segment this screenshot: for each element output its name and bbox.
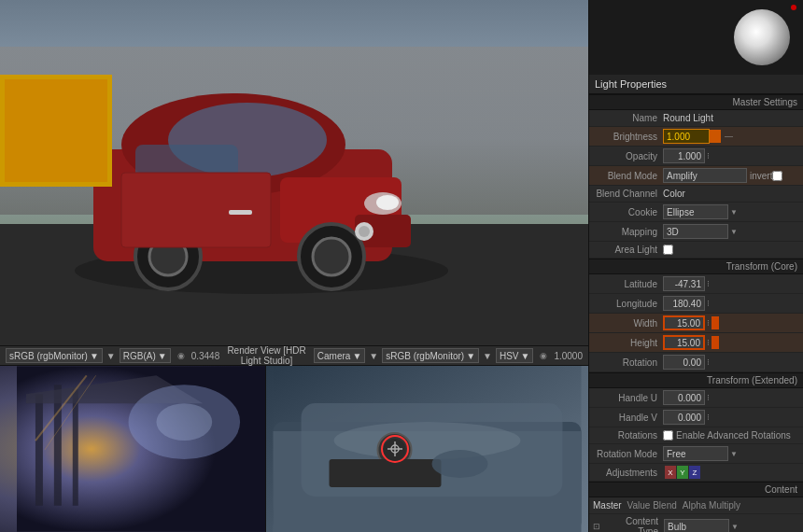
master-settings-header: Master Settings: [589, 94, 803, 110]
preview-area: [589, 0, 803, 75]
handle-u-input[interactable]: [663, 390, 705, 405]
blend-mode-select[interactable]: Amplify: [663, 168, 747, 183]
left-panel: sRGB (rgbMonitor) ▼ ▼ RGB(A) ▼ ◉ 0.3448 …: [0, 0, 588, 532]
x-button[interactable]: X: [665, 466, 676, 479]
svg-point-14: [313, 238, 350, 275]
handle-u-label: Handle U: [593, 393, 663, 403]
value-blend-tab[interactable]: Value Blend: [627, 500, 677, 511]
cookie-label: Cookie: [593, 207, 663, 217]
opacity-label: Opacity: [593, 151, 663, 161]
area-light-label: Area Light: [593, 245, 663, 255]
longitude-input[interactable]: [663, 296, 705, 311]
adjustments-row: Adjustments X Y Z: [589, 464, 803, 482]
cookie-row: Cookie Ellipse ▼: [589, 203, 803, 222]
width-input[interactable]: [663, 315, 705, 330]
content-type-row: ⊡ Content Type Bulb ▼: [589, 514, 803, 532]
svg-point-16: [359, 226, 370, 237]
y-button[interactable]: Y: [677, 466, 688, 479]
rotation-mode-row: Rotation Mode Free ▼: [589, 444, 803, 464]
brightness-row: Brightness —: [589, 127, 803, 147]
handle-v-input[interactable]: [663, 410, 705, 425]
rotations-label: Rotations: [593, 430, 663, 441]
svg-rect-25: [73, 389, 78, 506]
camera-dropdown[interactable]: Camera ▼: [314, 348, 365, 363]
svg-point-39: [432, 450, 488, 478]
transform-core-header: Transform (Core): [589, 259, 803, 274]
rotation-mode-label: Rotation Mode: [593, 449, 663, 459]
mapping-row: Mapping 3D ▼: [589, 222, 803, 242]
brightness-bar: [710, 130, 721, 143]
adjustments-label: Adjustments: [593, 468, 663, 478]
content-type-icon: ⊡: [593, 522, 600, 531]
invert-checkbox[interactable]: [772, 171, 782, 181]
name-row: Name Round Light: [589, 110, 803, 127]
height-bar: [711, 336, 719, 349]
master-tab[interactable]: Master: [593, 500, 622, 511]
width-label: Width: [593, 318, 663, 329]
brightness-label: Brightness: [593, 132, 663, 142]
right-monitor-dropdown[interactable]: sRGB (rgbMonitor) ▼: [382, 348, 479, 363]
blend-mode-label: Blend Mode: [593, 171, 663, 181]
rotation-row: Rotation ⁝: [589, 353, 803, 372]
latitude-label: Latitude: [593, 279, 663, 289]
enable-adv-rot-checkbox[interactable]: [663, 430, 673, 441]
longitude-label: Longitude: [593, 299, 663, 309]
longitude-row: Longitude ⁝: [589, 294, 803, 314]
light-preview: [734, 9, 790, 65]
width-bar: [711, 316, 719, 329]
hdri-scene: [0, 366, 265, 532]
rotation-mode-select[interactable]: Free: [663, 446, 728, 461]
channel-dropdown[interactable]: RGB(A) ▼: [120, 348, 171, 363]
handle-u-row: Handle U ⁝: [589, 388, 803, 408]
svg-point-35: [334, 422, 521, 459]
area-light-checkbox[interactable]: [663, 245, 673, 255]
car-closeup-view: [266, 366, 588, 532]
content-type-label: Content Type: [603, 516, 664, 532]
blend-mode-row: Blend Mode Amplify invert: [589, 166, 803, 186]
height-label: Height: [593, 338, 663, 348]
cookie-select[interactable]: Ellipse: [663, 204, 728, 219]
content-header: Content: [589, 482, 803, 497]
opacity-input[interactable]: [663, 148, 705, 163]
render-view-bar: sRGB (rgbMonitor) ▼ ▼ RGB(A) ▼ ◉ 0.3448 …: [0, 345, 588, 366]
svg-rect-21: [5, 79, 107, 182]
xyz-buttons: X Y Z: [665, 466, 700, 479]
rotation-input[interactable]: [663, 355, 705, 370]
right-panel: Light Properties Master Settings Name Ro…: [588, 0, 803, 532]
svg-point-10: [376, 195, 399, 210]
width-row: Width ⁝: [589, 314, 803, 333]
blend-channel-label: Blend Channel: [593, 189, 663, 199]
blend-channel-value: Color: [663, 189, 799, 199]
height-input[interactable]: [663, 335, 705, 350]
handle-v-label: Handle V: [593, 413, 663, 423]
name-value: Round Light: [663, 113, 799, 123]
enable-adv-rot-row: Rotations Enable Advanced Rotations: [589, 427, 803, 444]
svg-point-30: [156, 403, 212, 441]
light-properties-title: Light Properties: [589, 75, 803, 94]
car-closeup-scene: [266, 366, 588, 532]
mapping-label: Mapping: [593, 227, 663, 237]
render-view-title: Render View [HDR Light Studio]: [223, 345, 310, 366]
light-position-indicator[interactable]: [381, 435, 409, 463]
left-monitor-dropdown[interactable]: sRGB (rgbMonitor) ▼: [6, 348, 103, 363]
bottom-viewports: ↖ ✥ ⊕ ⊡ ⊞: [0, 366, 588, 532]
brightness-input[interactable]: [663, 129, 710, 144]
enable-adv-rot-label: Enable Advanced Rotations: [676, 430, 791, 441]
latitude-input[interactable]: [663, 276, 705, 291]
svg-rect-23: [35, 394, 43, 506]
rotation-label: Rotation: [593, 357, 663, 368]
height-row: Height ⁝: [589, 333, 803, 353]
z-button[interactable]: Z: [689, 466, 700, 479]
svg-rect-19: [229, 210, 252, 215]
hdri-view: ↖ ✥ ⊕ ⊡ ⊞: [0, 366, 266, 532]
name-label: Name: [593, 113, 663, 123]
area-light-row: Area Light: [589, 242, 803, 259]
blend-channel-row: Blend Channel Color: [589, 186, 803, 203]
content-tabs-row: Master Value Blend Alpha Multiply: [589, 497, 803, 514]
alpha-multiply-tab[interactable]: Alpha Multiply: [683, 500, 740, 511]
mapping-select[interactable]: 3D: [663, 224, 728, 239]
svg-rect-38: [330, 459, 442, 487]
red-dot-indicator: [791, 5, 796, 10]
hsv-dropdown[interactable]: HSV ▼: [496, 348, 533, 363]
content-type-select[interactable]: Bulb: [664, 519, 729, 532]
